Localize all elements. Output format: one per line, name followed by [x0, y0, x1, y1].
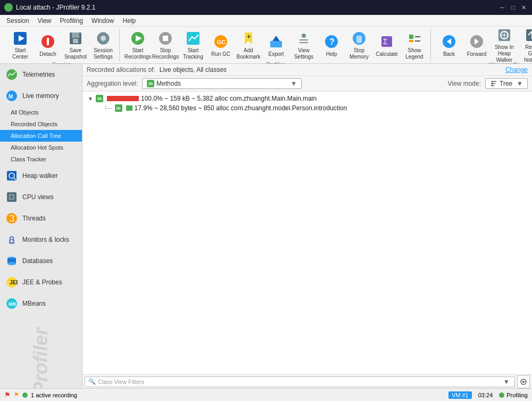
svg-rect-6 — [73, 39, 78, 43]
session-settings-icon — [95, 30, 112, 46]
run-gc-icon: GC — [212, 33, 229, 50]
view-settings-label: ViewSettings — [294, 47, 313, 60]
cpu-views-icon — [5, 191, 18, 203]
sidebar-item-databases[interactable]: Databases — [0, 250, 82, 272]
session-settings-button[interactable]: SessionSettings — [89, 30, 117, 61]
run-gc-button[interactable]: GC Run GC — [207, 30, 235, 61]
sidebar-item-recorded-objects[interactable]: Recorded Objects — [0, 118, 82, 130]
svg-text:GC: GC — [217, 39, 226, 45]
calculate-icon: Σ — [378, 33, 395, 50]
svg-point-69 — [522, 381, 525, 383]
aggregation-select[interactable]: m Methods ▼ — [142, 78, 302, 89]
status-profiling: Profiling — [499, 392, 528, 398]
back-button[interactable]: Back — [435, 30, 463, 61]
sidebar-item-monitors-locks[interactable]: Monitors & locks — [0, 229, 82, 250]
save-snapshot-button[interactable]: SaveSnapshot — [62, 30, 89, 61]
sidebar-item-threads[interactable]: Threads — [0, 208, 82, 229]
maximize-button[interactable]: □ — [509, 3, 517, 12]
add-bookmark-label: AddBookmark — [237, 47, 261, 60]
toolbar-viewspecific-section: Back Forward Show InHeap Walker ResetGC … — [433, 29, 532, 62]
export-icon — [268, 33, 285, 50]
start-recordings-button[interactable]: StartRecordings — [124, 30, 152, 61]
tree-toggle-1[interactable]: ▼ — [87, 95, 94, 102]
view-mode-value: Tree — [500, 80, 514, 87]
show-legend-icon — [406, 30, 423, 46]
sidebar-item-jee-probes[interactable]: JEE JEE & Probes — [0, 272, 82, 293]
menu-bar: Session View Profiling Window Help — [0, 15, 532, 27]
svg-text:JEE: JEE — [10, 280, 18, 285]
svg-rect-5 — [72, 32, 79, 38]
recorded-objects-label: Recorded Objects — [11, 121, 57, 127]
export-button[interactable]: Export — [262, 30, 290, 61]
filter-dropdown-arrow[interactable]: ▼ — [502, 378, 511, 386]
telemetries-label: Telemetries — [22, 71, 55, 78]
sidebar-item-allocation-call-tree[interactable]: Allocation Call Tree — [0, 130, 82, 142]
allocation-call-tree-label: Allocation Call Tree — [11, 133, 61, 139]
add-bookmark-button[interactable]: + AddBookmark — [235, 30, 262, 61]
sidebar-item-cpu-views[interactable]: CPU views — [0, 186, 82, 208]
minimize-button[interactable]: ─ — [498, 3, 506, 12]
app-icon — [4, 3, 13, 12]
recorded-allocations-label: Recorded allocations of: — [87, 66, 155, 73]
menu-help[interactable]: Help — [119, 16, 140, 26]
toolbar-session-section: StartCenter Detach SaveSnapshot SessionS… — [4, 29, 120, 62]
content-area: Recorded allocations of: Live objects, A… — [82, 64, 532, 388]
svg-rect-53 — [10, 195, 13, 199]
reset-gc-history-icon — [523, 27, 532, 43]
filter-settings-button[interactable] — [517, 375, 530, 388]
start-tracking-button[interactable]: StartTracking — [179, 30, 207, 61]
stop-recordings-label: StopRecordings — [152, 47, 179, 60]
svg-rect-13 — [187, 32, 200, 45]
filter-input[interactable]: 🔍 Class View Filters ▼ — [85, 377, 515, 387]
view-mode-dropdown-arrow: ▼ — [517, 80, 523, 87]
tree-content: ▼ m 100.0% ~ 159 kB ~ 5,382 alloc com.zh… — [82, 92, 532, 374]
calculate-button[interactable]: Σ Calculate — [373, 30, 401, 61]
menu-window[interactable]: Window — [87, 16, 119, 26]
sidebar-item-heap-walker[interactable]: Heap walker — [0, 165, 82, 186]
menu-session[interactable]: Session — [2, 16, 34, 26]
detach-button[interactable]: Detach — [34, 30, 62, 61]
tree-row[interactable]: ▼ m 100.0% ~ 159 kB ~ 5,382 alloc com.zh… — [82, 94, 532, 103]
reset-gc-history-button[interactable]: ResetGC history — [518, 30, 532, 61]
show-in-heap-walker-button[interactable]: Show InHeap Walker — [491, 30, 518, 61]
databases-icon — [5, 255, 18, 267]
detach-icon — [39, 33, 56, 50]
allocation-hot-spots-label: Allocation Hot Spots — [11, 144, 63, 151]
record-label: 1 active recording — [31, 392, 77, 398]
close-button[interactable]: ✕ — [519, 3, 528, 12]
tree-row[interactable]: └─ m 17.9% ~ 28,560 bytes ~ 850 alloc co… — [82, 103, 532, 113]
aggregation-dropdown-arrow: ▼ — [290, 80, 297, 87]
start-tracking-icon — [185, 30, 202, 46]
session-settings-label: SessionSettings — [94, 47, 113, 60]
sidebar-item-allocation-hot-spots[interactable]: Allocation Hot Spots — [0, 142, 82, 153]
sidebar-item-class-tracker[interactable]: Class Tracker — [0, 153, 82, 165]
stop-memory-button[interactable]: StopMemory — [345, 30, 373, 61]
title-bar-controls[interactable]: ─ □ ✕ — [498, 3, 528, 12]
change-link[interactable]: Change — [505, 66, 528, 73]
sidebar-item-mbeans[interactable]: MB MBeans — [0, 293, 82, 314]
heap-walker-label: Heap walker — [22, 172, 58, 179]
view-mode-select[interactable]: Tree ▼ — [485, 78, 528, 89]
show-legend-label: ShowLegend — [405, 47, 423, 60]
sidebar-item-live-memory[interactable]: M Live memory — [0, 85, 82, 107]
menu-profiling[interactable]: Profiling — [56, 16, 87, 26]
help-button[interactable]: ? Help — [318, 30, 345, 61]
aggregation-value: Methods — [156, 80, 181, 87]
sidebar-item-all-objects[interactable]: All Objects — [0, 107, 82, 118]
start-center-icon — [12, 30, 29, 46]
sidebar-watermark: JProfiler — [30, 325, 52, 388]
svg-text:?: ? — [329, 37, 335, 46]
view-settings-button[interactable]: ViewSettings — [290, 30, 318, 61]
svg-point-20 — [302, 34, 306, 38]
back-icon — [440, 33, 458, 50]
svg-rect-40 — [526, 29, 532, 41]
view-mode-label: View mode: — [448, 80, 481, 87]
sidebar-item-telemetries[interactable]: Telemetries — [0, 64, 82, 85]
start-center-button[interactable]: StartCenter — [6, 30, 34, 61]
forward-button[interactable]: Forward — [463, 30, 491, 61]
monitors-locks-icon — [5, 233, 18, 246]
jee-probes-label: JEE & Probes — [22, 279, 62, 286]
show-legend-button[interactable]: ShowLegend — [401, 30, 428, 61]
stop-recordings-button[interactable]: StopRecordings — [152, 30, 179, 61]
menu-view[interactable]: View — [34, 16, 56, 26]
